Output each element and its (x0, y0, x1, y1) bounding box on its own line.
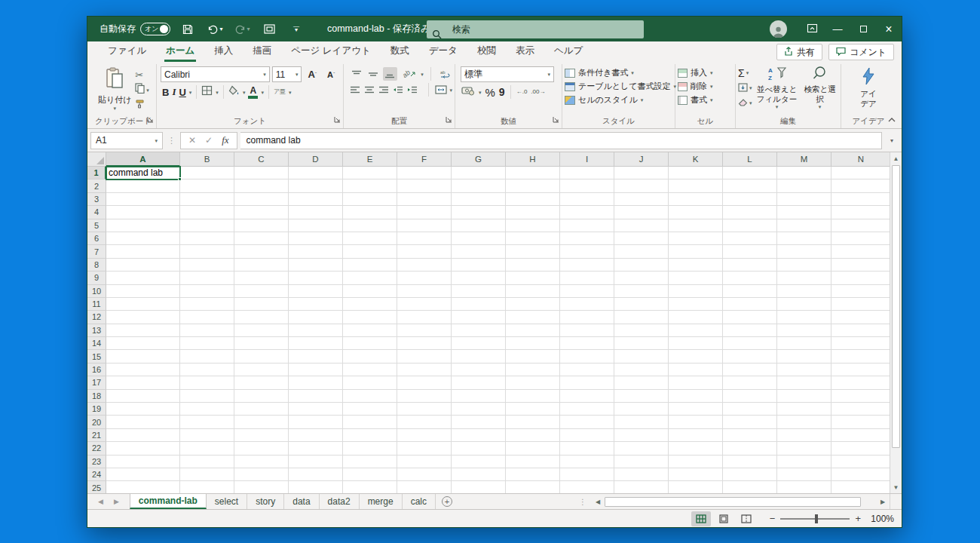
cell-G6[interactable] (452, 232, 506, 245)
next-sheet-icon[interactable]: ▶ (114, 498, 119, 505)
font-name-select[interactable]: Calibri▾ (161, 66, 270, 82)
cell-G7[interactable] (452, 245, 506, 258)
cell-B9[interactable] (180, 272, 234, 284)
cell-B20[interactable] (180, 416, 234, 428)
cell-L5[interactable] (723, 219, 777, 232)
cell-N14[interactable] (831, 337, 890, 350)
cell-C3[interactable] (234, 193, 289, 206)
cell-I4[interactable] (560, 206, 614, 219)
cell-C9[interactable] (234, 272, 289, 284)
tab-draw[interactable]: 描画 (243, 41, 281, 62)
cell-G12[interactable] (452, 311, 506, 324)
format-painter-button[interactable] (135, 99, 149, 111)
cell-M2[interactable] (777, 179, 831, 192)
cell-B25[interactable] (180, 481, 234, 493)
zoom-out-button[interactable]: − (770, 513, 776, 524)
zoom-in-button[interactable]: + (855, 513, 861, 524)
cell-B4[interactable] (180, 206, 234, 219)
cell-K11[interactable] (669, 298, 723, 311)
cell-L18[interactable] (723, 390, 777, 403)
cell-F14[interactable] (397, 337, 452, 350)
cell-C20[interactable] (234, 416, 289, 428)
cell-I20[interactable] (560, 416, 614, 428)
cell-C5[interactable] (234, 219, 289, 232)
cell-G1[interactable] (452, 167, 506, 179)
cell-J2[interactable] (614, 179, 669, 192)
clear-button[interactable]: ▾ (738, 97, 752, 109)
cell-D11[interactable] (289, 298, 343, 311)
cell-M20[interactable] (777, 416, 831, 428)
sheet-tab-command-lab[interactable]: command-lab (130, 494, 207, 509)
cell-E4[interactable] (343, 206, 397, 219)
cell-K6[interactable] (669, 232, 723, 245)
cell-K7[interactable] (669, 245, 723, 258)
cell-A24[interactable] (106, 468, 180, 481)
cell-D13[interactable] (289, 324, 343, 337)
cell-I18[interactable] (560, 390, 614, 403)
cell-C1[interactable] (234, 167, 289, 179)
increase-decimal-button[interactable]: ←.0 (516, 89, 528, 95)
cell-M15[interactable] (777, 350, 831, 363)
cell-F16[interactable] (397, 364, 452, 376)
sheet-tab-data[interactable]: data (284, 494, 319, 509)
cell-J3[interactable] (614, 193, 669, 206)
cell-D8[interactable] (289, 259, 343, 272)
cell-A19[interactable] (106, 403, 180, 416)
cell-H7[interactable] (506, 245, 560, 258)
cell-J16[interactable] (614, 364, 669, 376)
conditional-formatting-button[interactable]: 条件付き書式▾ (565, 67, 672, 78)
cell-D4[interactable] (289, 206, 343, 219)
cell-I7[interactable] (560, 245, 614, 258)
cell-C15[interactable] (234, 350, 289, 363)
cell-M18[interactable] (777, 390, 831, 403)
cell-styles-button[interactable]: セルのスタイル▾ (565, 94, 672, 106)
cell-M3[interactable] (777, 193, 831, 206)
column-header-B[interactable]: B (180, 152, 234, 167)
row-header-9[interactable]: 9 (87, 272, 106, 284)
cell-L14[interactable] (723, 337, 777, 350)
cell-H8[interactable] (506, 259, 560, 272)
tab-file[interactable]: ファイル (98, 41, 156, 62)
row-header-22[interactable]: 22 (87, 442, 106, 455)
cell-N1[interactable] (831, 167, 890, 179)
cell-G3[interactable] (452, 193, 506, 206)
cell-D16[interactable] (289, 364, 343, 376)
cell-G23[interactable] (452, 456, 506, 468)
cell-I22[interactable] (560, 442, 614, 455)
cell-K12[interactable] (669, 311, 723, 324)
close-button[interactable]: × (876, 17, 902, 41)
borders-button[interactable] (201, 85, 213, 99)
comma-style-button[interactable]: 9 (499, 86, 505, 98)
cell-E11[interactable] (343, 298, 397, 311)
clipboard-dialog-launcher[interactable] (147, 112, 154, 126)
cell-D9[interactable] (289, 272, 343, 284)
cell-M12[interactable] (777, 311, 831, 324)
row-header-8[interactable]: 8 (87, 259, 106, 272)
fill-color-button[interactable] (228, 85, 240, 99)
cell-D1[interactable] (289, 167, 343, 179)
cell-D6[interactable] (289, 232, 343, 245)
normal-view-button[interactable] (691, 511, 711, 526)
cell-K21[interactable] (669, 429, 723, 442)
format-cells-button[interactable]: 書式▾ (678, 94, 733, 106)
cell-A16[interactable] (106, 364, 180, 376)
column-header-H[interactable]: H (506, 152, 560, 167)
cell-H21[interactable] (506, 429, 560, 442)
cell-F2[interactable] (397, 179, 452, 192)
cell-B21[interactable] (180, 429, 234, 442)
tab-review[interactable]: 校閲 (467, 41, 506, 62)
cell-E10[interactable] (343, 285, 397, 298)
cell-F8[interactable] (397, 259, 452, 272)
cell-F5[interactable] (397, 219, 452, 232)
autosave-toggle[interactable]: 自動保存 オン (100, 23, 170, 35)
cell-N19[interactable] (831, 403, 890, 416)
cell-G2[interactable] (452, 179, 506, 192)
cell-C22[interactable] (234, 442, 289, 455)
cell-N4[interactable] (831, 206, 890, 219)
grow-font-button[interactable]: Aˆ (304, 67, 320, 82)
cell-H20[interactable] (506, 416, 560, 428)
cell-L10[interactable] (723, 285, 777, 298)
cell-N21[interactable] (831, 429, 890, 442)
cell-L7[interactable] (723, 245, 777, 258)
cell-I10[interactable] (560, 285, 614, 298)
